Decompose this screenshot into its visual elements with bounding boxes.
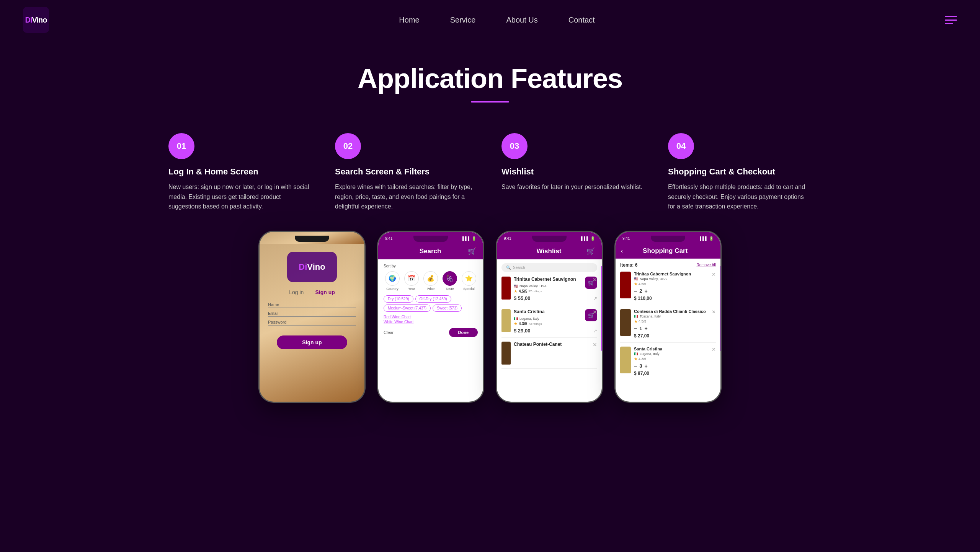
red-wine-chart[interactable]: Red Wine Chart: [384, 315, 478, 319]
white-wine-chart[interactable]: White Wine Chart: [384, 320, 478, 324]
cart-item-1: Trinitas Cabernet Sauvignon Napa Valley,…: [620, 272, 716, 305]
share-item-1[interactable]: ↗: [593, 296, 597, 301]
cart-detail-2: Contessa di Radda Chianti Classico Tosca…: [634, 309, 716, 339]
phone-4-title: Shopping Cart: [643, 247, 688, 255]
item-name-1: Trinitas Cabernet Sauvignon: [514, 277, 582, 282]
tab-signup[interactable]: Sign up: [315, 289, 335, 295]
cart-bottle-3: [620, 347, 631, 373]
tag-sweet[interactable]: Sweet (573): [433, 304, 462, 312]
phone-3-header: Wishlist 🛒: [497, 244, 602, 259]
remove-item-2[interactable]: ✕: [593, 309, 597, 315]
phones-row: DiVino Log in Sign up Name Email Passwor…: [145, 223, 835, 426]
qty-minus-1[interactable]: −: [634, 288, 637, 294]
cart-remove-3[interactable]: ✕: [712, 347, 716, 352]
phone-3-signal: ▌▌▌ 🔋: [581, 236, 595, 241]
phone-4-body: Items: 6 Remove All Trinitas Cabernet Sa…: [616, 259, 720, 388]
phone-3-time: 9:41: [504, 236, 511, 241]
item-info-1: Trinitas Cabernet Sauvignon Napa Valley,…: [514, 277, 582, 301]
star-icon-2: ★: [514, 321, 518, 326]
search-placeholder-text: Search: [513, 265, 525, 270]
phone-2-body: Sort by 🌍 Country 📅 Year 💰 Price 🍇 Taste: [378, 259, 483, 342]
filter-taste[interactable]: 🍇 Taste: [441, 271, 459, 291]
qty-minus-3[interactable]: −: [634, 363, 637, 369]
cart-bottle-2: [620, 309, 631, 336]
qty-plus-2[interactable]: +: [644, 326, 647, 332]
hero-title: Application Features: [15, 63, 965, 94]
input-email: Email: [268, 311, 356, 317]
cart-star-1: ★: [634, 282, 638, 287]
cart-remove-1[interactable]: ✕: [712, 272, 716, 277]
cart-items-count: Items: 6: [620, 262, 637, 268]
phone-4-time: 9:41: [622, 236, 630, 241]
phone-4-notch: 9:41 ▌▌▌ 🔋: [616, 232, 720, 244]
phone-3-title: Wishlist: [511, 248, 586, 255]
nav-service[interactable]: Service: [450, 16, 476, 24]
qty-plus-1[interactable]: +: [644, 288, 647, 294]
filter-year[interactable]: 📅 Year: [403, 271, 420, 291]
item-origin-1: Napa Valley, USA: [514, 284, 547, 288]
cart-price-2: $ 27,00: [634, 333, 716, 339]
scroll-accent-3: [601, 266, 603, 351]
wishlist-search[interactable]: 🔍 Search: [501, 263, 597, 272]
cart-detail-1: Trinitas Cabernet Sauvignon Napa Valley,…: [634, 272, 716, 301]
item-info-2: Santa Cristina Lugana, Italy ★ 4.3/5 73 …: [514, 309, 582, 334]
tag-medsweet[interactable]: Medium-Sweet (7,437): [384, 304, 431, 312]
qty-minus-2[interactable]: −: [634, 326, 637, 332]
phone-2-header: Search 🛒: [378, 244, 483, 259]
wishlist-item-3: Chateau Pontet-Canet ✕: [501, 342, 597, 369]
cart-icon-wishlist[interactable]: 🛒: [586, 247, 595, 256]
item-rating-1: ★ 4.5/5 37 ratings: [514, 289, 582, 294]
cart-item-2: Contessa di Radda Chianti Classico Tosca…: [620, 309, 716, 343]
phone-2-notch: 9:41 ▌▌▌ 🔋: [378, 232, 483, 244]
tag-offdry[interactable]: Off-Dry (12,459): [415, 295, 451, 303]
cart-item-3: Santa Cristina Lugana, Italy ★ 4.3/5 − 3…: [620, 347, 716, 380]
tab-login[interactable]: Log in: [289, 289, 304, 295]
cart-rating-3: ★ 4.3/5: [634, 357, 716, 361]
nav-home[interactable]: Home: [399, 16, 419, 24]
item-info-3: Chateau Pontet-Canet: [514, 342, 597, 347]
feature-3: 03 Wishlist Save favorites for later in …: [501, 133, 645, 212]
feature-title-1: Log In & Home Screen: [168, 167, 312, 177]
qty-val-2: 1: [639, 326, 642, 331]
remove-all-button[interactable]: Remove All: [696, 263, 716, 267]
nav-contact[interactable]: Contact: [568, 16, 595, 24]
cart-name-2: Contessa di Radda Chianti Classico: [634, 309, 716, 314]
qty-plus-3[interactable]: +: [644, 363, 647, 369]
feature-num-2: 02: [335, 133, 361, 159]
wine-bottle-1: [501, 277, 511, 300]
hero-underline: [471, 101, 509, 103]
input-email-label: Email: [268, 311, 356, 316]
cart-name-1: Trinitas Cabernet Sauvignon: [634, 272, 716, 276]
nav-about[interactable]: About Us: [506, 16, 537, 24]
login-tabs: Log in Sign up: [289, 289, 335, 295]
cart-remove-2[interactable]: ✕: [712, 309, 716, 315]
done-button[interactable]: Done: [449, 328, 478, 337]
star-icon: ★: [514, 289, 518, 294]
remove-item-1[interactable]: ✕: [593, 277, 597, 283]
filter-country[interactable]: 🌍 Country: [384, 271, 401, 291]
phone-login: DiVino Log in Sign up Name Email Passwor…: [258, 231, 366, 403]
qty-val-3: 3: [639, 363, 642, 369]
phone-2-title: Search: [393, 248, 468, 255]
back-button[interactable]: ‹: [621, 248, 623, 254]
hero-section: Application Features: [0, 40, 980, 110]
logo[interactable]: DiVino: [23, 7, 49, 33]
feature-title-2: Search Screen & Filters: [335, 167, 479, 177]
remove-item-3[interactable]: ✕: [593, 342, 597, 348]
phone-wishlist: 9:41 ▌▌▌ 🔋 Wishlist 🛒 🔍 Search Trinitas …: [496, 231, 603, 403]
phone-search: 9:41 ▌▌▌ 🔋 Search 🛒 Sort by 🌍 Country 📅 …: [377, 231, 484, 403]
input-password-label: Password: [268, 320, 356, 324]
filter-special[interactable]: ⭐ Special: [460, 271, 478, 291]
cart-price-3: $ 87,00: [634, 371, 716, 376]
input-name-label: Name: [268, 302, 356, 307]
share-item-2[interactable]: ↗: [593, 328, 597, 334]
logo-image: DiVino: [23, 7, 49, 33]
signup-button[interactable]: Sign up: [277, 335, 347, 349]
tag-dry[interactable]: Dry (10,529): [384, 295, 413, 303]
clear-button[interactable]: Clear: [384, 330, 394, 335]
filter-price[interactable]: 💰 Price: [422, 271, 439, 291]
cart-icon-search[interactable]: 🛒: [468, 247, 476, 256]
wishlist-item-1: Trinitas Cabernet Sauvignon Napa Valley,…: [501, 277, 597, 305]
hamburger-menu[interactable]: [945, 16, 957, 24]
phone-3-notch: 9:41 ▌▌▌ 🔋: [497, 232, 602, 244]
